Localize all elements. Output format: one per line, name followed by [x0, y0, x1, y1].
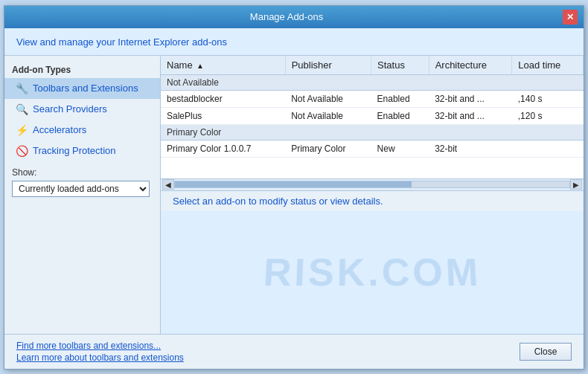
main-panel: Name ▲ Publisher Status Architecture: [161, 56, 584, 334]
col-name[interactable]: Name ▲: [161, 56, 285, 75]
cell-status: Enabled: [371, 107, 429, 124]
table-group-header: Not Available: [161, 74, 584, 90]
col-loadtime[interactable]: Load time: [512, 56, 584, 75]
content-area: Add-on Types 🔧 Toolbars and Extensions 🔍…: [4, 56, 584, 334]
scroll-track[interactable]: [174, 181, 570, 188]
cell-name: SalePlus: [161, 107, 285, 124]
status-text: Select an add-on to modify status or vie…: [173, 196, 383, 207]
cell-loadtime: [512, 140, 584, 157]
learn-more-link[interactable]: Learn more about toolbars and extensions: [16, 352, 184, 363]
block-icon: 🚫: [15, 144, 28, 158]
bottom-bar: Find more toolbars and extensions... Lea…: [4, 334, 584, 369]
h-scrollbar-row: ◀ ▶: [161, 178, 584, 190]
sidebar-label-toolbars: Toolbars and Extensions: [33, 83, 138, 94]
sort-arrow-name: ▲: [196, 62, 204, 70]
addons-table: Name ▲ Publisher Status Architecture: [161, 56, 584, 158]
scroll-right-button[interactable]: ▶: [570, 179, 582, 190]
gear-icon: 🔧: [15, 82, 28, 95]
sidebar-label-search: Search Providers: [33, 103, 107, 115]
show-select[interactable]: Currently loaded add-ons All add-ons Run…: [12, 181, 150, 197]
cell-loadtime: ,120 s: [512, 107, 584, 124]
col-architecture[interactable]: Architecture: [429, 56, 512, 75]
status-bar: Select an add-on to modify status or vie…: [161, 190, 584, 211]
window-close-button[interactable]: ✕: [563, 10, 578, 25]
addon-types-label: Add-on Types: [4, 62, 160, 78]
cell-architecture: 32-bit: [429, 140, 512, 157]
search-icon: 🔍: [15, 103, 28, 116]
dialog-title: Manage Add-ons: [10, 11, 563, 22]
show-label: Show:: [12, 167, 153, 178]
table-row[interactable]: bestadblockerNot AvailableEnabled32-bit …: [161, 90, 584, 107]
cell-publisher: Not Available: [285, 107, 371, 124]
title-bar: Manage Add-ons ✕: [4, 6, 584, 28]
scroll-thumb: [175, 181, 412, 187]
watermark-area: RISK.COM: [161, 211, 584, 334]
cell-name: Primary Color 1.0.0.7: [161, 140, 285, 157]
cell-publisher: Primary Color: [285, 140, 371, 157]
table-group-header: Primary Color: [161, 124, 584, 140]
scroll-left-button[interactable]: ◀: [162, 179, 174, 190]
cell-architecture: 32-bit and ...: [429, 107, 512, 124]
cell-status: New: [371, 140, 429, 157]
sidebar-item-accelerators[interactable]: ⚡ Accelerators: [4, 120, 160, 141]
cell-name: bestadblocker: [161, 90, 285, 107]
header-banner: View and manage your Internet Explorer a…: [4, 28, 584, 56]
cell-architecture: 32-bit and ...: [429, 90, 512, 107]
table-container[interactable]: Name ▲ Publisher Status Architecture: [161, 56, 584, 178]
sidebar-label-accelerators: Accelerators: [33, 124, 86, 135]
table-row[interactable]: Primary Color 1.0.0.7Primary ColorNew32-…: [161, 140, 584, 157]
cell-loadtime: ,140 s: [512, 90, 584, 107]
col-publisher[interactable]: Publisher: [285, 56, 371, 75]
watermark: RISK.COM: [262, 250, 482, 294]
show-section: Show: Currently loaded add-ons All add-o…: [4, 161, 160, 203]
find-toolbars-link[interactable]: Find more toolbars and extensions...: [16, 341, 184, 351]
sidebar: Add-on Types 🔧 Toolbars and Extensions 🔍…: [4, 56, 161, 334]
close-button[interactable]: Close: [520, 343, 572, 361]
sidebar-label-tracking: Tracking Protection: [33, 145, 116, 156]
sidebar-item-search[interactable]: 🔍 Search Providers: [4, 99, 160, 120]
accelerator-icon: ⚡: [15, 123, 28, 137]
table-row[interactable]: SalePlusNot AvailableEnabled32-bit and .…: [161, 107, 584, 124]
cell-publisher: Not Available: [285, 90, 371, 107]
footer-links: Find more toolbars and extensions... Lea…: [16, 341, 184, 363]
sidebar-item-toolbars[interactable]: 🔧 Toolbars and Extensions: [4, 78, 160, 99]
header-text: View and manage your Internet Explorer a…: [16, 36, 227, 48]
col-status[interactable]: Status: [371, 56, 429, 75]
cell-status: Enabled: [371, 90, 429, 107]
sidebar-item-tracking[interactable]: 🚫 Tracking Protection: [4, 141, 160, 161]
manage-addons-dialog: Manage Add-ons ✕ View and manage your In…: [4, 5, 584, 370]
